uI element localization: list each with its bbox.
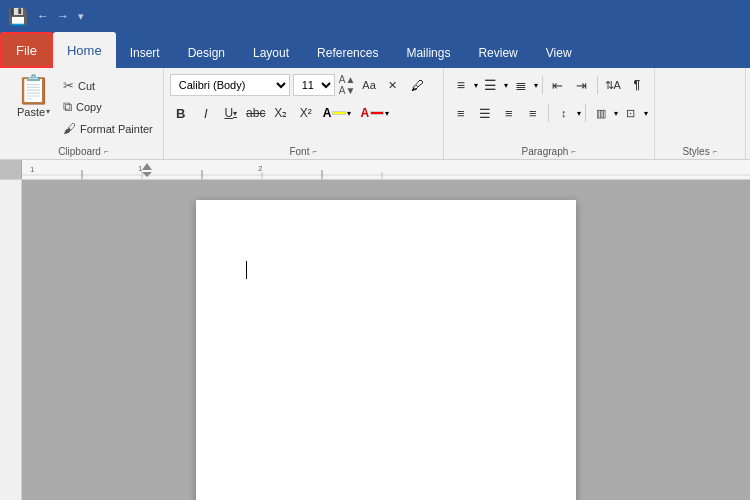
clipboard-group-label: Clipboard ⌐ — [10, 146, 157, 157]
indent-marker — [142, 163, 152, 170]
multilevel-button[interactable]: ≣ — [510, 74, 532, 96]
paragraph-row1: ≡ ▾ ☰ ▾ ≣ ▾ ⇤ ⇥ ⇅A ¶ — [450, 72, 648, 98]
decrease-indent-button[interactable]: ⇤ — [547, 74, 569, 96]
save-button[interactable]: 💾 — [8, 7, 28, 26]
copy-label: Copy — [76, 101, 102, 113]
tab-view[interactable]: View — [532, 38, 586, 68]
font-color-swatch — [370, 111, 384, 115]
paragraph-row2: ≡ ☰ ≡ ≡ ↕ ▾ ▥ ▾ ⊡ ▾ — [450, 100, 648, 126]
paragraph-group-label: Paragraph ⌐ — [450, 146, 648, 157]
align-center-button[interactable]: ☰ — [474, 102, 496, 124]
font-color-a-label: A — [360, 106, 369, 120]
tab-design[interactable]: Design — [174, 38, 239, 68]
doc-area — [0, 180, 750, 500]
document-page[interactable] — [196, 200, 576, 500]
copy-icon: ⧉ — [63, 99, 72, 115]
format-painter-button[interactable]: 🖌 Format Painter — [59, 119, 157, 138]
bullets-dropdown[interactable]: ▾ — [474, 81, 478, 90]
divider3 — [548, 104, 549, 122]
clipboard-group: 📋 Paste ▾ ✂ Cut ⧉ Copy 🖌 Format Painter — [4, 68, 164, 159]
tab-review[interactable]: Review — [464, 38, 531, 68]
quick-access-dropdown[interactable]: ▾ — [78, 10, 84, 23]
indent-marker-bottom — [142, 172, 152, 177]
font-grow-button[interactable]: A▲ — [338, 74, 357, 85]
font-group-content: Calibri (Body) 11 A▲ A▼ Aa ✕ 🖊 B I — [170, 72, 437, 144]
redo-button[interactable]: → — [54, 7, 72, 25]
tab-home[interactable]: Home — [53, 32, 116, 68]
numbering-button[interactable]: ☰ — [480, 74, 502, 96]
sort-button[interactable]: ⇅A — [602, 74, 624, 96]
superscript-button[interactable]: X² — [295, 102, 317, 124]
highlight-dropdown[interactable]: ▾ — [347, 109, 351, 118]
title-bar: 💾 ← → ▾ — [0, 0, 750, 32]
undo-button[interactable]: ← — [34, 7, 52, 25]
multilevel-dropdown[interactable]: ▾ — [534, 81, 538, 90]
shading-dropdown[interactable]: ▾ — [614, 109, 618, 118]
paragraph-group-content: ≡ ▾ ☰ ▾ ≣ ▾ ⇤ ⇥ ⇅A ¶ ≡ ☰ ≡ ≡ ↕ — [450, 72, 648, 144]
font-clear-button[interactable]: ✕ — [382, 74, 404, 96]
numbering-dropdown[interactable]: ▾ — [504, 81, 508, 90]
underline-dropdown[interactable]: ▾ — [233, 109, 237, 118]
format-painter-icon: 🖌 — [63, 121, 76, 136]
tab-insert[interactable]: Insert — [116, 38, 174, 68]
font-name-select[interactable]: Calibri (Body) — [170, 74, 290, 96]
ruler-svg: 1 1 2 — [22, 160, 750, 180]
styles-expand-icon[interactable]: ⌐ — [713, 147, 718, 156]
cut-icon: ✂ — [63, 78, 74, 93]
font-color-button[interactable]: A ▾ — [357, 104, 392, 122]
copy-button[interactable]: ⧉ Copy — [59, 97, 157, 117]
font-row2: B I U ▾ abc X₂ X² A ▾ A — [170, 100, 392, 126]
svg-text:1: 1 — [30, 165, 35, 174]
font-size-select[interactable]: 11 — [293, 74, 335, 96]
shading-button[interactable]: ▥ — [590, 102, 612, 124]
styles-group: Styles ⌐ — [655, 68, 746, 159]
text-highlight-button[interactable]: 🖊 — [407, 74, 429, 96]
cut-label: Cut — [78, 80, 95, 92]
font-shrink-button[interactable]: A▼ — [338, 85, 357, 96]
line-spacing-dropdown[interactable]: ▾ — [577, 109, 581, 118]
tab-references[interactable]: References — [303, 38, 392, 68]
align-left-button[interactable]: ≡ — [450, 102, 472, 124]
font-color-dropdown[interactable]: ▾ — [385, 109, 389, 118]
underline-button[interactable]: U ▾ — [220, 102, 242, 124]
font-group: Calibri (Body) 11 A▲ A▼ Aa ✕ 🖊 B I — [164, 68, 444, 159]
bullets-button[interactable]: ≡ — [450, 74, 472, 96]
highlight-color-button[interactable]: A ▾ — [320, 104, 355, 122]
borders-button[interactable]: ⊡ — [620, 102, 642, 124]
styles-group-content — [661, 72, 739, 144]
paste-button[interactable]: 📋 Paste ▾ — [10, 72, 57, 122]
font-expand-icon[interactable]: ⌐ — [312, 147, 317, 156]
show-hide-button[interactable]: ¶ — [626, 74, 648, 96]
tab-mailings[interactable]: Mailings — [392, 38, 464, 68]
styles-group-label: Styles ⌐ — [661, 146, 739, 157]
cut-button[interactable]: ✂ Cut — [59, 76, 157, 95]
format-painter-label: Format Painter — [80, 123, 153, 135]
svg-text:2: 2 — [258, 164, 263, 173]
subscript-button[interactable]: X₂ — [270, 102, 292, 124]
borders-dropdown[interactable]: ▾ — [644, 109, 648, 118]
justify-button[interactable]: ≡ — [522, 102, 544, 124]
underline-label: U — [224, 106, 233, 120]
highlight-swatch — [332, 111, 346, 115]
divider4 — [585, 104, 586, 122]
strikethrough-button[interactable]: abc — [245, 102, 267, 124]
tab-file[interactable]: File — [0, 32, 53, 68]
ruler-scale: 1 1 2 — [22, 160, 750, 179]
italic-button[interactable]: I — [195, 102, 217, 124]
align-right-button[interactable]: ≡ — [498, 102, 520, 124]
clipboard-expand-icon[interactable]: ⌐ — [104, 147, 109, 156]
title-bar-arrows: ← → — [34, 7, 72, 25]
paragraph-expand-icon[interactable]: ⌐ — [571, 147, 576, 156]
font-case-button[interactable]: Aa — [359, 77, 378, 93]
font-group-label: Font ⌐ — [170, 146, 437, 157]
ribbon: 📋 Paste ▾ ✂ Cut ⧉ Copy 🖌 Format Painter — [0, 68, 750, 160]
tab-layout[interactable]: Layout — [239, 38, 303, 68]
ruler-left-margin — [0, 160, 22, 179]
paste-dropdown-arrow[interactable]: ▾ — [46, 107, 50, 116]
font-size-arrows: A▲ A▼ — [338, 74, 357, 96]
ribbon-tabs: File Home Insert Design Layout Reference… — [0, 32, 750, 68]
line-spacing-button[interactable]: ↕ — [553, 102, 575, 124]
increase-indent-button[interactable]: ⇥ — [571, 74, 593, 96]
title-bar-left: 💾 ← → ▾ — [8, 7, 84, 26]
bold-button[interactable]: B — [170, 102, 192, 124]
